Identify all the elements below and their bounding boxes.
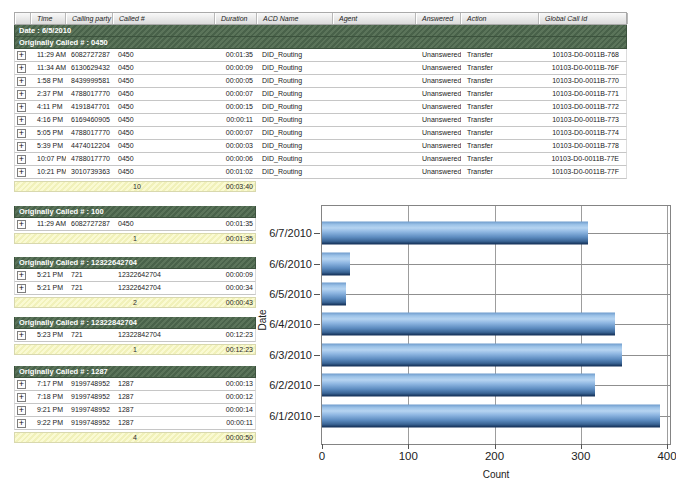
call-row[interactable]: +5:23 PM7211232284270400:12:23	[14, 329, 256, 342]
expand-row-button[interactable]: +	[17, 77, 26, 86]
expand-row-button[interactable]: +	[17, 220, 26, 229]
cell-global_id: 10103-D0-0011B-774	[539, 127, 628, 139]
group-table: Originally Called # : 12322842704+5:23 P…	[14, 317, 256, 355]
call-row[interactable]: +7:17 PM9199748952128700:00:13	[14, 378, 256, 391]
expand-row-button[interactable]: +	[17, 419, 26, 428]
x-tick-mark	[581, 444, 582, 449]
cell-acd: DID_Routing	[257, 49, 333, 61]
call-row[interactable]: +4:16 PM6169460905045000:00:11DID_Routin…	[14, 114, 627, 127]
column-header-time[interactable]: Time	[31, 13, 66, 24]
column-header-calling-party-[interactable]: Calling party #	[66, 13, 113, 24]
expand-row-button[interactable]: +	[17, 142, 26, 151]
chart-category-row: 6/6/2010	[322, 248, 670, 278]
call-row[interactable]: +11:29 AM6082727287045000:01:35	[14, 218, 256, 231]
cell-time: 5:21 PM	[31, 282, 66, 294]
expand-row-button[interactable]: +	[17, 271, 26, 280]
cell-time: 5:21 PM	[31, 269, 66, 281]
cell-calling: 721	[66, 269, 113, 281]
call-row[interactable]: +1:58 PM8439999581045000:00:05DID_Routin…	[14, 75, 627, 88]
call-row[interactable]: +5:39 PM4474012204045000:00:03DID_Routin…	[14, 140, 627, 153]
cell-called: 1287	[113, 391, 215, 403]
column-header-action[interactable]: Action	[461, 13, 539, 24]
cell-agent	[333, 166, 416, 178]
cell-calling: 4788017770	[66, 153, 113, 165]
expand-row-button[interactable]: +	[17, 168, 26, 177]
chart-x-axis-title: Count	[321, 469, 671, 480]
call-row[interactable]: +11:34 AM6130629432045000:00:09DID_Routi…	[14, 62, 627, 75]
cell-answered: Unanswered	[416, 75, 461, 87]
cell-agent	[333, 114, 416, 126]
call-row[interactable]: +5:21 PM7211232264270400:00:09	[14, 269, 256, 282]
cell-time: 4:16 PM	[31, 114, 66, 126]
expand-row-button[interactable]: +	[17, 406, 26, 415]
cell-time: 5:05 PM	[31, 127, 66, 139]
cell-answered: Unanswered	[416, 49, 461, 61]
chart-category-row: 6/7/2010	[322, 218, 670, 248]
column-header-acd-name[interactable]: ACD Name	[257, 13, 333, 24]
chart-bar	[322, 283, 346, 306]
expand-row-button[interactable]: +	[17, 284, 26, 293]
cell-expand: +	[15, 391, 31, 403]
column-header-expand[interactable]	[15, 13, 31, 24]
call-row[interactable]: +2:37 PM4788017770045000:00:07DID_Routin…	[14, 88, 627, 101]
cell-global_id: 10103-D0-0011B-76F	[539, 62, 628, 74]
expand-row-button[interactable]: +	[17, 393, 26, 402]
call-row[interactable]: +10:07 PM4788017770045000:00:06DID_Routi…	[14, 153, 627, 166]
cell-action: Transfer	[461, 127, 539, 139]
group-table: Originally Called # : 12322642704+5:21 P…	[14, 257, 256, 308]
expand-row-button[interactable]: +	[17, 129, 26, 138]
cell-time: 10:07 PM	[31, 153, 66, 165]
cell-time: 9:21 PM	[31, 404, 66, 416]
cell-called: 1287	[113, 417, 215, 429]
column-header-answered[interactable]: Answered	[416, 13, 461, 24]
column-header-called-[interactable]: Called #	[113, 13, 215, 24]
expand-row-button[interactable]: +	[17, 51, 26, 60]
expand-row-button[interactable]: +	[17, 155, 26, 164]
cell-calling: 8439999581	[66, 75, 113, 87]
group-header: Originally Called # : 1287	[14, 366, 256, 378]
expand-row-button[interactable]: +	[17, 116, 26, 125]
cell-global_id: 10103-D0-0011B-77F	[539, 166, 628, 178]
cell-called: 0450	[113, 75, 215, 87]
cell-agent	[333, 88, 416, 100]
x-tick-label: 400	[647, 450, 676, 462]
cell-action: Transfer	[461, 62, 539, 74]
expand-row-button[interactable]: +	[17, 380, 26, 389]
chart-category-row: 6/3/2010	[322, 340, 670, 370]
expand-row-button[interactable]: +	[17, 90, 26, 99]
cell-called: 0450	[113, 166, 215, 178]
call-row[interactable]: +7:18 PM9199748952128700:00:12	[14, 391, 256, 404]
cell-expand: +	[15, 140, 31, 152]
column-header-duration[interactable]: Duration	[215, 13, 257, 24]
expand-row-button[interactable]: +	[17, 64, 26, 73]
horizontal-gridline	[322, 294, 670, 295]
expand-row-button[interactable]: +	[17, 331, 26, 340]
chart-bar	[322, 252, 350, 275]
cell-called: 0450	[113, 49, 215, 61]
x-tick-mark	[408, 444, 409, 449]
summary-call-count: 2	[113, 298, 215, 307]
call-row[interactable]: +5:05 PM4788017770045000:00:07DID_Routin…	[14, 127, 627, 140]
column-header-agent[interactable]: Agent	[333, 13, 416, 24]
call-row[interactable]: +9:21 PM9199748952128700:00:14	[14, 404, 256, 417]
cell-action: Transfer	[461, 140, 539, 152]
cell-global_id: 10103-D0-0011B-770	[539, 75, 628, 87]
call-row[interactable]: +4:11 PM4191847701045000:00:15DID_Routin…	[14, 101, 627, 114]
call-row[interactable]: +9:22 PM9199748952128700:00:11	[14, 417, 256, 430]
cell-action: Transfer	[461, 88, 539, 100]
chart-category-row: 6/1/2010	[322, 401, 670, 431]
summary-spacer	[15, 345, 113, 354]
cell-agent	[333, 62, 416, 74]
call-row[interactable]: +11:29 AM6082727287045000:01:35DID_Routi…	[14, 49, 627, 62]
group-header: Originally Called # : 12322642704	[14, 257, 256, 269]
cell-answered: Unanswered	[416, 114, 461, 126]
cell-global_id: 10103-D0-0011B-768	[539, 49, 628, 61]
summary-spacer	[15, 182, 113, 191]
call-row[interactable]: +10:21 PM3010739363045000:01:02DID_Routi…	[14, 166, 627, 179]
cell-called: 1287	[113, 378, 215, 390]
call-row[interactable]: +5:21 PM7211232264270400:00:34	[14, 282, 256, 295]
column-header-global-call-id[interactable]: Global Call Id	[539, 13, 628, 24]
chart-y-axis-title: Date	[257, 305, 269, 335]
expand-row-button[interactable]: +	[17, 103, 26, 112]
group-summary-row: 1000:03:40	[14, 181, 256, 192]
